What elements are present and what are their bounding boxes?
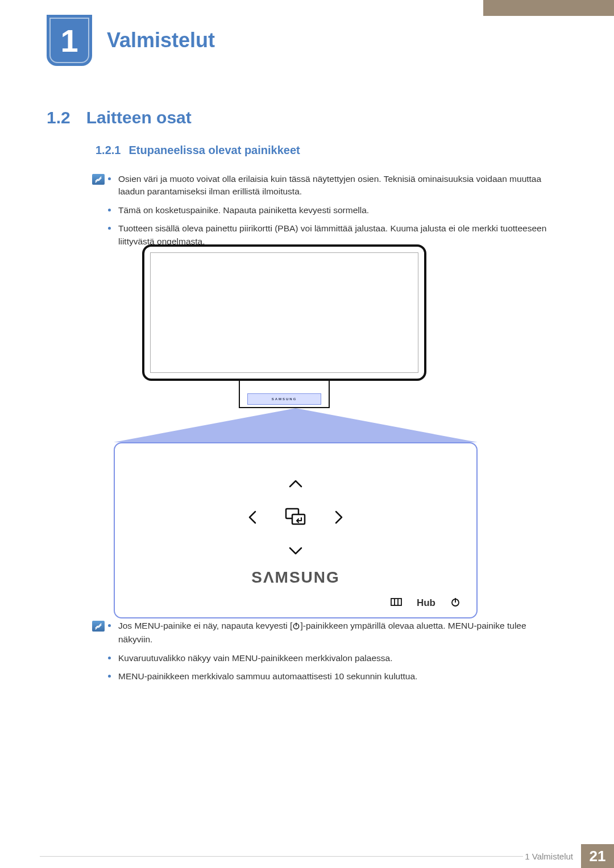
note-block-2: Jos MENU-painike ei näy, napauta kevyest…	[108, 620, 557, 689]
chapter-header: 1 Valmistelut	[47, 15, 215, 66]
note-block-1: Osien väri ja muoto voivat olla erilaisi…	[108, 173, 557, 254]
menu-icon	[391, 598, 402, 608]
footer-section-label: 1 Valmistelut	[525, 852, 573, 861]
callout-connector	[114, 408, 478, 442]
power-icon	[292, 621, 300, 633]
section-number: 1.2	[47, 108, 70, 127]
subsection-number: 1.2.1	[96, 144, 121, 157]
note-item: Tämä on kosketuspainike. Napauta painike…	[108, 204, 557, 217]
enter-source-icon	[284, 508, 307, 529]
arrow-down-icon	[288, 546, 303, 558]
note-icon	[92, 174, 105, 185]
note-item: Kuvaruutuvalikko näkyy vain MENU-painikk…	[108, 652, 557, 665]
note-icon	[92, 621, 105, 632]
monitor-illustration: SAMSUNG	[142, 244, 426, 408]
header-accent-bar	[483, 0, 614, 16]
section-heading: 1.2 Laitteen osat	[47, 108, 192, 127]
monitor-screen	[150, 252, 418, 373]
footer-divider	[40, 856, 523, 857]
monitor-base-label: SAMSUNG	[247, 393, 321, 405]
arrow-left-icon	[247, 510, 258, 527]
page-footer: 1 Valmistelut 21	[525, 844, 614, 868]
arrow-right-icon	[334, 510, 344, 527]
note-item: MENU-painikkeen merkkivalo sammuu automa…	[108, 670, 557, 683]
front-panel-callout: SΛMSUNG Hub	[114, 442, 478, 618]
product-figure: SAMSUNG	[114, 244, 455, 618]
subsection-title: Etupaneelissa olevat painikkeet	[128, 144, 300, 157]
monitor-base: SAMSUNG	[239, 381, 330, 408]
page-number: 21	[581, 844, 614, 868]
navigation-pad	[247, 479, 344, 558]
subsection-heading: 1.2.1 Etupaneelissa olevat painikkeet	[96, 144, 300, 157]
monitor-frame	[142, 244, 426, 381]
chapter-number: 1	[49, 18, 89, 63]
note-item: Osien väri ja muoto voivat olla erilaisi…	[108, 173, 557, 198]
hub-label: Hub	[417, 597, 435, 609]
chapter-number-tab: 1	[47, 15, 92, 66]
bottom-icon-row: Hub	[391, 597, 460, 609]
power-icon	[450, 597, 460, 609]
svg-rect-2	[391, 599, 401, 605]
note-item: Jos MENU-painike ei näy, napauta kevyest…	[108, 620, 557, 646]
chapter-title: Valmistelut	[107, 28, 215, 52]
section-title: Laitteen osat	[86, 108, 192, 127]
brand-logo: SΛMSUNG	[251, 568, 340, 587]
arrow-up-icon	[288, 479, 303, 491]
